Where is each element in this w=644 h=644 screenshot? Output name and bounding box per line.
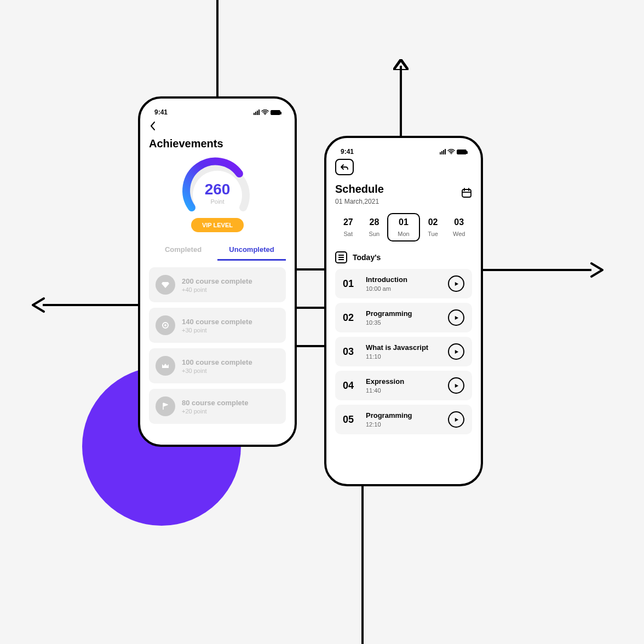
schedule-title: Introduction [366, 275, 440, 284]
diamond-icon [156, 275, 175, 295]
wifi-icon [447, 149, 455, 154]
page-title: Schedule [335, 183, 384, 196]
achievement-text: 100 course complete+30 point [182, 358, 252, 374]
tab-uncompleted[interactable]: Uncompleted [217, 240, 286, 261]
status-indicators [254, 110, 280, 115]
list-icon [335, 251, 347, 263]
achievement-text: 200 course complete+40 point [182, 277, 252, 293]
schedule-card[interactable]: 02Programming10:35 [335, 303, 472, 332]
play-button[interactable] [448, 377, 464, 394]
tab-completed[interactable]: Completed [149, 240, 217, 261]
schedule-card[interactable]: 04Expression11:40 [335, 371, 472, 400]
decoration-arrow [216, 0, 219, 97]
calendar-icon [461, 187, 472, 198]
achievement-title: 80 course complete [182, 399, 248, 407]
achievement-reward: +40 point [182, 286, 252, 293]
date-day: Sun [361, 231, 388, 237]
schedule-header: Schedule 01 March,2021 [335, 183, 472, 205]
schedule-number: 04 [343, 380, 358, 392]
wifi-icon [261, 110, 269, 115]
achievement-text: 80 course complete+20 point [182, 399, 248, 415]
decoration-connector [296, 307, 325, 309]
schedule-time: 10:00 am [366, 285, 440, 292]
today-header: Today's [335, 251, 472, 263]
schedule-number: 01 [343, 278, 358, 290]
schedule-card[interactable]: 03What is Javascript11:10 [335, 337, 472, 366]
achievement-reward: +20 point [182, 408, 248, 415]
back-button[interactable] [150, 122, 286, 133]
vip-level-button[interactable]: VIP LEVEL [191, 218, 244, 232]
achievement-reward: +30 point [182, 367, 252, 374]
svg-rect-4 [462, 189, 471, 197]
schedule-info: What is Javascript11:10 [366, 343, 440, 360]
flag-icon [156, 396, 175, 416]
battery-icon [457, 150, 467, 154]
schedule-number: 05 [343, 414, 358, 426]
phone-achievements: 9:41 Achievements 260 Point VIP LEVEL C [138, 96, 297, 447]
achievement-card[interactable]: 80 course complete+20 point [149, 389, 286, 424]
achievement-card[interactable]: 200 course complete+40 point [149, 267, 286, 302]
achievement-title: 140 course complete [182, 318, 252, 326]
arrowhead-left-icon [32, 297, 47, 313]
schedule-info: Introduction10:00 am [366, 275, 440, 292]
signal-icon [440, 149, 446, 154]
today-label: Today's [353, 253, 381, 262]
arrowhead-up-icon [393, 59, 409, 70]
date-item[interactable]: 02Tue [420, 217, 446, 237]
play-icon [454, 417, 459, 422]
arrowhead-right-icon [588, 262, 603, 278]
achievement-reward: +30 point [182, 327, 252, 334]
status-bar: 9:41 [335, 148, 472, 159]
calendar-button[interactable] [461, 187, 472, 200]
page-title: Achievements [149, 137, 286, 150]
play-icon [454, 383, 459, 388]
schedule-card[interactable]: 05Programming12:10 [335, 405, 472, 434]
schedule-info: Programming12:10 [366, 411, 440, 428]
achievement-card[interactable]: 100 course complete+30 point [149, 348, 286, 383]
decoration-connector [296, 268, 325, 271]
signal-icon [254, 110, 260, 115]
play-button[interactable] [448, 309, 464, 326]
play-icon [454, 315, 459, 320]
date-day: Sat [335, 231, 361, 237]
date-number: 01 [390, 217, 417, 227]
schedule-title: What is Javascript [366, 343, 440, 352]
date-item[interactable]: 27Sat [335, 217, 361, 237]
battery-icon [271, 110, 280, 115]
gauge-label: Point [210, 198, 224, 205]
achievement-card[interactable]: 140 course complete+30 point [149, 308, 286, 343]
date-day: Wed [446, 231, 472, 237]
status-indicators [440, 149, 467, 154]
achievement-text: 140 course complete+30 point [182, 318, 252, 334]
play-button[interactable] [448, 275, 464, 292]
crown-icon [156, 356, 175, 376]
schedule-time: 10:35 [366, 319, 440, 326]
play-button[interactable] [448, 343, 464, 360]
status-time: 9:41 [154, 108, 168, 116]
schedule-card[interactable]: 01Introduction10:00 am [335, 269, 472, 298]
achievement-tabs: Completed Uncompleted [149, 240, 286, 261]
status-time: 9:41 [341, 148, 354, 156]
svg-point-0 [264, 114, 266, 115]
phone-schedule: 9:41 Schedule 01 March,2021 27Sat28Sun01… [324, 136, 483, 486]
play-button[interactable] [448, 411, 464, 428]
achievement-title: 200 course complete [182, 277, 252, 285]
schedule-date: 01 March,2021 [335, 198, 384, 205]
gauge-value: 260 [205, 181, 231, 198]
status-bar: 9:41 [149, 108, 286, 119]
date-item[interactable]: 28Sun [361, 217, 388, 237]
decoration-arrow [361, 485, 364, 644]
date-day: Tue [420, 231, 446, 237]
date-strip: 27Sat28Sun01Mon02Tue03Wed [335, 213, 472, 242]
schedule-info: Programming10:35 [366, 309, 440, 326]
schedule-title: Programming [366, 309, 440, 318]
date-item[interactable]: 03Wed [446, 217, 472, 237]
schedule-time: 11:40 [366, 387, 440, 394]
date-item[interactable]: 01Mon [387, 213, 420, 242]
decoration-arrow [482, 269, 591, 271]
date-number: 03 [446, 217, 472, 227]
date-number: 02 [420, 217, 446, 227]
date-day: Mon [390, 231, 417, 237]
schedule-title: Programming [366, 411, 440, 419]
back-button[interactable] [335, 159, 354, 175]
